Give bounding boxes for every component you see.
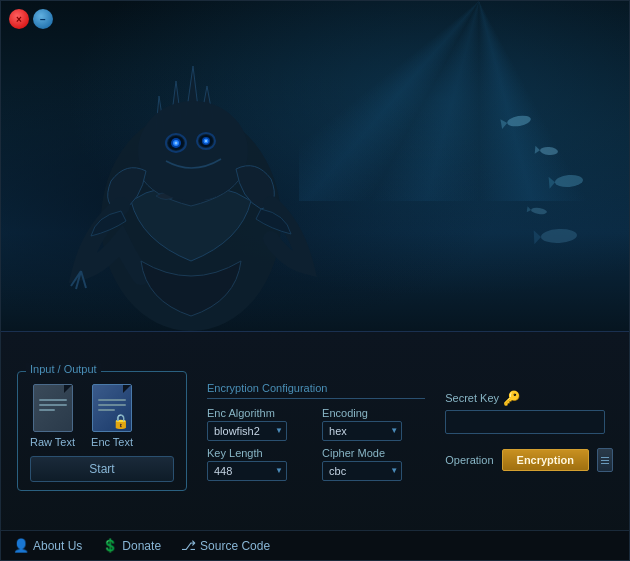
operation-toggle[interactable] (597, 448, 613, 472)
about-icon: 👤 (13, 538, 29, 553)
key-length-label: Key Length (207, 447, 310, 459)
svg-point-14 (555, 174, 584, 188)
svg-point-16 (541, 228, 578, 244)
io-section-label: Input / Output (26, 363, 101, 375)
raw-text-label: Raw Text (30, 436, 75, 448)
operation-button[interactable]: Encryption (502, 449, 589, 471)
enc-text-label: Enc Text (91, 436, 133, 448)
footer: 👤 About Us 💲 Donate ⎇ Source Code (1, 530, 629, 560)
io-section: Input / Output Raw Text (17, 371, 187, 491)
enc-text-icon: 🔒 (92, 384, 132, 432)
svg-point-15 (531, 207, 548, 215)
encoding-select[interactable]: hex base64 binary (322, 421, 402, 441)
algorithm-select[interactable]: blowfish2 AES DES 3DES (207, 421, 287, 441)
donate-label: Donate (122, 539, 161, 553)
enc-config-title: Encryption Configuration (207, 382, 425, 399)
key-length-field: Key Length 448 128 256 512 ▼ (207, 447, 310, 481)
secret-key-section: Secret Key 🔑 (445, 390, 613, 434)
about-us-label: About Us (33, 539, 82, 553)
svg-point-10 (205, 140, 207, 142)
enc-config-section: Encryption Configuration Enc Algorithm b… (207, 382, 425, 481)
svg-point-12 (506, 114, 531, 128)
minimize-button[interactable]: − (33, 9, 53, 29)
window-controls: × − (9, 9, 53, 29)
encoding-field: Encoding hex base64 binary ▼ (322, 407, 425, 441)
algorithm-label: Enc Algorithm (207, 407, 310, 419)
algorithm-field: Enc Algorithm blowfish2 AES DES 3DES ▼ (207, 407, 310, 441)
key-length-select[interactable]: 448 128 256 512 (207, 461, 287, 481)
hero-area: × − (1, 1, 629, 331)
cipher-mode-field: Cipher Mode cbc ecb cfb ofb ▼ (322, 447, 425, 481)
enc-text-item[interactable]: 🔒 Enc Text (91, 384, 133, 448)
about-us-link[interactable]: 👤 About Us (13, 538, 82, 553)
cipher-mode-label: Cipher Mode (322, 447, 425, 459)
encoding-label: Encoding (322, 407, 425, 419)
enc-badge: 🔒 (112, 413, 129, 429)
close-button[interactable]: × (9, 9, 29, 29)
fish-area (399, 81, 599, 281)
svg-point-13 (540, 146, 559, 156)
bottom-panel: Input / Output Raw Text (1, 331, 629, 560)
main-controls: Input / Output Raw Text (1, 332, 629, 530)
right-section: Secret Key 🔑 Operation Encryption (445, 390, 613, 472)
start-button[interactable]: Start (30, 456, 174, 482)
donate-link[interactable]: 💲 Donate (102, 538, 161, 553)
svg-point-1 (138, 101, 248, 201)
key-icon: 🔑 (503, 390, 520, 406)
operation-section: Operation Encryption (445, 448, 613, 472)
config-grid: Enc Algorithm blowfish2 AES DES 3DES ▼ (207, 407, 425, 481)
creature-image (31, 21, 351, 331)
raw-text-item[interactable]: Raw Text (30, 384, 75, 448)
app-window: × − Input / Output (0, 0, 630, 561)
source-code-label: Source Code (200, 539, 270, 553)
io-icons: Raw Text 🔒 Enc Text (30, 384, 174, 448)
source-icon: ⎇ (181, 538, 196, 553)
svg-point-5 (175, 142, 178, 145)
donate-icon: 💲 (102, 538, 118, 553)
raw-text-icon (33, 384, 73, 432)
cipher-mode-select[interactable]: cbc ecb cfb ofb (322, 461, 402, 481)
secret-key-label: Secret Key 🔑 (445, 390, 613, 406)
source-code-link[interactable]: ⎇ Source Code (181, 538, 270, 553)
operation-label: Operation (445, 454, 493, 466)
secret-key-input[interactable] (445, 410, 605, 434)
